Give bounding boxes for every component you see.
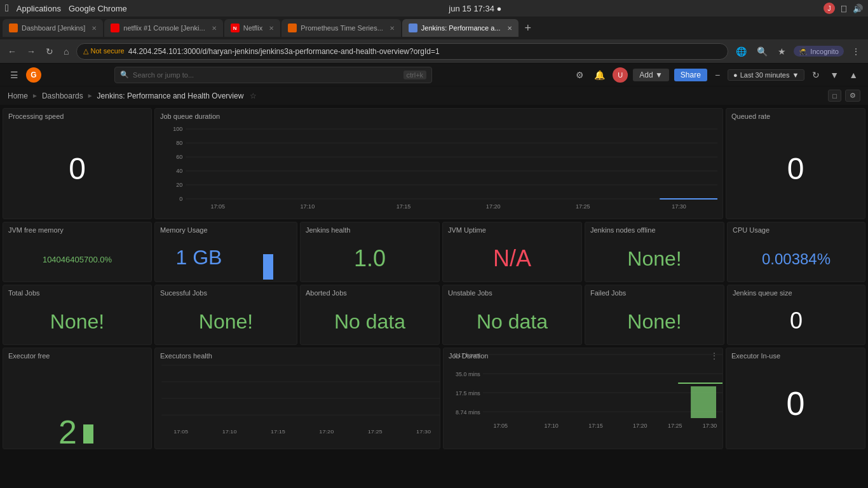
unstable-jobs-title: Unstable Jobs bbox=[443, 285, 581, 298]
address-bar: ← → ↻ ⌂ △ Not secure 44.204.254.101:3000… bbox=[0, 39, 868, 64]
svg-text:17:05: 17:05 bbox=[173, 429, 188, 435]
breadcrumb-dashboards[interactable]: Dashboards bbox=[42, 92, 83, 100]
svg-text:60: 60 bbox=[176, 154, 182, 160]
executor-free-bar bbox=[83, 380, 96, 444]
chevron-down-icon: ▼ bbox=[792, 71, 799, 79]
panel-menu-icon[interactable]: ⋮ bbox=[710, 351, 719, 361]
os-time-date: jun 15 17:34 ● bbox=[135, 4, 816, 13]
grafana-toolbar: ☰ G 🔍 Search or jump to... ctrl+k ⚙ 🔔 U … bbox=[0, 64, 868, 86]
panel-settings-button[interactable]: ⚙ bbox=[573, 69, 587, 81]
apple-icon[interactable]:  bbox=[5, 3, 9, 14]
forward-button[interactable]: → bbox=[24, 45, 38, 58]
total-jobs-panel: Total Jobs None! bbox=[3, 285, 152, 345]
tab-prometheus[interactable]: Prometheus Time Series... ✕ bbox=[281, 19, 401, 37]
svg-text:17:30: 17:30 bbox=[416, 429, 431, 435]
job-duration-title: Job Duration bbox=[444, 348, 722, 361]
jenkins-health-value: 1.0 bbox=[354, 247, 386, 270]
jvm-free-memory-title: JVM free memory bbox=[3, 222, 151, 235]
grid-row-3: Total Jobs None! Sucessful Jobs None! Ab… bbox=[3, 285, 865, 345]
svg-text:17:10: 17:10 bbox=[222, 429, 237, 435]
translate-button[interactable]: 🌐 bbox=[733, 45, 749, 58]
sidebar-toggle[interactable]: ☰ bbox=[8, 69, 21, 81]
os-system-icons: J ⎕ 🔊 bbox=[824, 3, 863, 14]
tab-jenkins-perf[interactable]: Jenkins: Performance a... ✕ bbox=[402, 19, 519, 37]
tab-close-2[interactable]: ✕ bbox=[212, 25, 217, 32]
tab-close-4[interactable]: ✕ bbox=[390, 25, 395, 32]
tab-close-3[interactable]: ✕ bbox=[269, 25, 274, 32]
svg-text:17:05: 17:05 bbox=[210, 203, 225, 210]
home-button[interactable]: ⌂ bbox=[61, 45, 71, 58]
reload-button[interactable]: ↻ bbox=[43, 45, 56, 58]
applications-menu[interactable]: Applications bbox=[17, 4, 61, 13]
user-avatar[interactable]: U bbox=[613, 67, 628, 83]
favorite-star-icon[interactable]: ☆ bbox=[250, 92, 257, 100]
zoom-button[interactable]: 🔍 bbox=[754, 45, 770, 58]
job-duration-chart: 1.17 hours 35.0 mins 17.5 mins 8.74 mins… bbox=[444, 348, 722, 437]
time-range-picker[interactable]: ● Last 30 minutes ▼ bbox=[728, 69, 804, 81]
svg-text:8.74 mins: 8.74 mins bbox=[456, 409, 480, 416]
toolbar-right: ⚙ 🔔 U Add ▼ Share − ● Last 30 minutes ▼ … bbox=[573, 67, 860, 83]
notifications-button[interactable]: 🔔 bbox=[592, 69, 607, 81]
profile-icon: J bbox=[824, 3, 835, 14]
jvm-free-memory-panel: JVM free memory 104046405700.0% bbox=[3, 222, 152, 282]
bookmark-button[interactable]: ★ bbox=[775, 45, 789, 58]
svg-text:17:05: 17:05 bbox=[494, 423, 508, 429]
processing-speed-value: 0 bbox=[69, 154, 86, 184]
failed-jobs-value: None! bbox=[627, 311, 681, 332]
os-bar:  Applications Google Chrome jun 15 17:3… bbox=[0, 0, 868, 17]
tab-close-1[interactable]: ✕ bbox=[92, 25, 97, 32]
breadcrumb-home[interactable]: Home bbox=[8, 92, 28, 100]
not-secure-badge: △ Not secure bbox=[83, 47, 124, 55]
memory-usage-panel: Memory Usage 1 GB bbox=[154, 222, 297, 282]
cpu-usage-value: 0.00384% bbox=[762, 252, 831, 267]
grid-row-1: Processing speed 0 Job queue duration 10… bbox=[3, 108, 865, 219]
tab-netflix[interactable]: N Netflix ✕ bbox=[224, 19, 281, 37]
zoom-out-button[interactable]: − bbox=[712, 69, 722, 81]
svg-text:17:15: 17:15 bbox=[397, 203, 411, 210]
failed-jobs-title: Failed Jobs bbox=[585, 285, 724, 298]
processing-speed-panel: Processing speed 0 bbox=[3, 108, 152, 219]
jenkins-nodes-offline-title: Jenkins nodes offline bbox=[585, 222, 724, 235]
svg-rect-19 bbox=[263, 254, 273, 280]
jenkins-nodes-offline-value: None! bbox=[627, 248, 681, 269]
executor-in-use-title: Executor In-use bbox=[726, 348, 865, 361]
svg-text:17:25: 17:25 bbox=[368, 429, 383, 435]
successful-jobs-title: Sucessful Jobs bbox=[155, 285, 297, 298]
grafana-logo: G bbox=[26, 67, 41, 83]
url-text: 44.204.254.101:3000/d/haryan-jenkins/jen… bbox=[128, 47, 440, 56]
chrome-menu[interactable]: Google Chrome bbox=[69, 4, 127, 13]
queued-rate-panel: Queued rate 0 bbox=[726, 108, 865, 219]
total-jobs-value: None! bbox=[50, 311, 104, 332]
new-tab-button[interactable]: + bbox=[520, 22, 537, 35]
svg-rect-39 bbox=[691, 386, 716, 418]
svg-text:17:10: 17:10 bbox=[544, 423, 558, 429]
tab-netflix-console[interactable]: netflix #1 Console [Jenki... ✕ bbox=[104, 19, 222, 37]
tab-dashboard-jenkins[interactable]: Dashboard [Jenkins] ✕ bbox=[3, 19, 103, 37]
back-button[interactable]: ← bbox=[5, 45, 19, 58]
share-button[interactable]: Share bbox=[674, 69, 707, 81]
search-shortcut: ctrl+k bbox=[403, 71, 427, 79]
menu-button[interactable]: ⋮ bbox=[849, 45, 863, 58]
url-bar[interactable]: △ Not secure 44.204.254.101:3000/d/harya… bbox=[76, 43, 728, 60]
incognito-icon: 🥷 bbox=[799, 47, 808, 55]
collapse-button[interactable]: ▲ bbox=[846, 69, 860, 81]
dashboard-settings-button[interactable]: ⚙ bbox=[845, 90, 860, 102]
svg-text:17:10: 17:10 bbox=[301, 203, 315, 210]
memory-usage-value: 1 GB bbox=[176, 247, 222, 268]
svg-text:17:20: 17:20 bbox=[486, 203, 501, 210]
grid-row-2: JVM free memory 104046405700.0% Memory U… bbox=[3, 222, 865, 282]
tab-close-5[interactable]: ✕ bbox=[507, 25, 512, 32]
successful-jobs-panel: Sucessful Jobs None! bbox=[154, 285, 297, 345]
refresh-button[interactable]: ↻ bbox=[810, 69, 822, 81]
svg-text:80: 80 bbox=[176, 140, 182, 146]
search-bar[interactable]: 🔍 Search or jump to... ctrl+k bbox=[114, 67, 432, 83]
job-queue-duration-title: Job queue duration bbox=[155, 109, 722, 121]
search-icon: 🔍 bbox=[120, 71, 129, 79]
panel-view-button[interactable]: □ bbox=[828, 90, 841, 102]
grid-row-4: Executor free 2 Executors health 17:05 1… bbox=[3, 348, 865, 449]
jenkins-queue-size-title: Jenkins queue size bbox=[728, 285, 865, 298]
add-button[interactable]: Add ▼ bbox=[633, 69, 669, 81]
more-button[interactable]: ▼ bbox=[827, 69, 841, 81]
memory-bar-chart bbox=[263, 235, 276, 280]
svg-text:17:15: 17:15 bbox=[588, 423, 602, 429]
